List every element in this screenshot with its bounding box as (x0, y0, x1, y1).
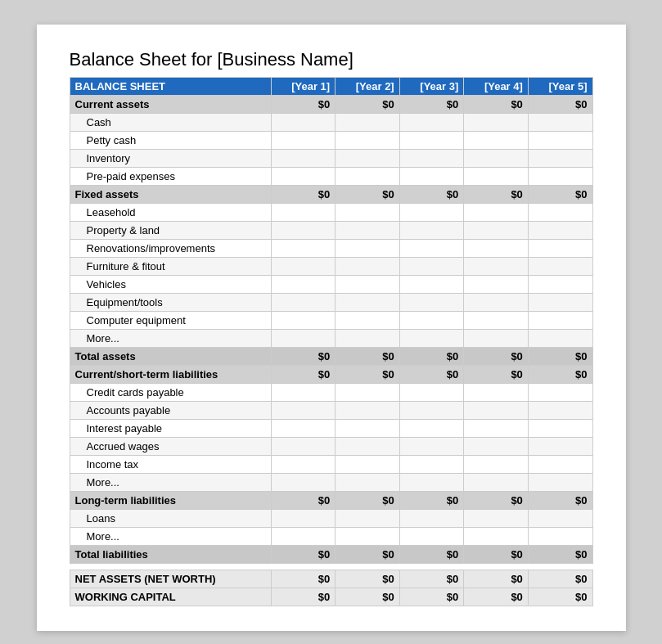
row-value-2 (336, 456, 400, 474)
row-value-4 (464, 294, 529, 312)
header-col3: [Year 3] (399, 78, 464, 96)
row-value-5 (528, 240, 592, 258)
table-row: Pre-paid expenses (70, 168, 592, 186)
row-label: Current assets (70, 96, 271, 114)
row-value-4 (464, 438, 529, 456)
row-label: Cash (70, 114, 271, 132)
table-row: Fixed assets$0$0$0$0$0 (70, 186, 592, 204)
row-value-1: $0 (271, 366, 336, 384)
row-value-1 (271, 204, 336, 222)
row-value-2: $0 (336, 366, 400, 384)
row-value-3 (399, 132, 464, 150)
row-value-4 (464, 312, 529, 330)
row-value-1 (271, 168, 336, 186)
row-value-4: $0 (464, 96, 529, 114)
row-value-4 (464, 474, 529, 492)
row-value-5: $0 (528, 492, 592, 510)
row-value-5 (528, 312, 592, 330)
row-value-3 (399, 474, 464, 492)
row-value-5 (528, 168, 592, 186)
table-row: Current/short-term liabilities$0$0$0$0$0 (70, 366, 592, 384)
row-value-1 (271, 150, 336, 168)
row-value-2 (336, 528, 400, 546)
header-col4: [Year 4] (464, 78, 529, 96)
row-value-5: $0 (528, 570, 592, 588)
row-value-5 (528, 276, 592, 294)
row-value-2 (336, 312, 400, 330)
row-label: Loans (70, 510, 271, 528)
row-value-1 (271, 402, 336, 420)
row-value-1 (271, 294, 336, 312)
table-row: Equipment/tools (70, 294, 592, 312)
row-value-1 (271, 528, 336, 546)
row-value-3 (399, 402, 464, 420)
row-value-2 (336, 114, 400, 132)
row-value-1 (271, 330, 336, 348)
row-value-2 (336, 276, 400, 294)
table-row: Accounts payable (70, 402, 592, 420)
row-value-3 (399, 114, 464, 132)
row-value-5 (528, 204, 592, 222)
row-label: Vehicles (70, 276, 271, 294)
row-value-1: $0 (271, 546, 336, 564)
row-value-3: $0 (399, 186, 464, 204)
table-row: Cash (70, 114, 592, 132)
table-header: BALANCE SHEET [Year 1] [Year 2] [Year 3]… (70, 78, 592, 96)
row-label: More... (70, 474, 271, 492)
page-title: Balance Sheet for [Business Name] (70, 49, 593, 70)
row-value-5 (528, 384, 592, 402)
row-value-5 (528, 402, 592, 420)
table-row: Computer equipment (70, 312, 592, 330)
row-value-2 (336, 222, 400, 240)
row-value-2: $0 (336, 492, 400, 510)
row-value-5 (528, 528, 592, 546)
row-value-4: $0 (464, 348, 529, 366)
row-value-3 (399, 276, 464, 294)
table-row: Leasehold (70, 204, 592, 222)
row-value-5: $0 (528, 366, 592, 384)
row-value-1 (271, 258, 336, 276)
table-row: Furniture & fitout (70, 258, 592, 276)
row-value-1 (271, 384, 336, 402)
row-value-1 (271, 312, 336, 330)
row-value-3 (399, 258, 464, 276)
balance-sheet-table: BALANCE SHEET [Year 1] [Year 2] [Year 3]… (70, 77, 593, 606)
row-value-4 (464, 204, 529, 222)
table-row (70, 564, 592, 570)
row-value-3 (399, 510, 464, 528)
row-value-3: $0 (399, 570, 464, 588)
row-value-5 (528, 114, 592, 132)
page: Balance Sheet for [Business Name] BALANC… (37, 25, 626, 631)
row-value-4: $0 (464, 366, 529, 384)
row-value-4 (464, 330, 529, 348)
row-value-3: $0 (399, 588, 464, 606)
table-row: More... (70, 330, 592, 348)
row-value-3: $0 (399, 96, 464, 114)
row-value-5 (528, 294, 592, 312)
row-value-2 (336, 330, 400, 348)
row-label: Pre-paid expenses (70, 168, 271, 186)
row-value-4 (464, 168, 529, 186)
row-value-4: $0 (464, 546, 529, 564)
row-value-4 (464, 456, 529, 474)
row-value-5 (528, 150, 592, 168)
row-value-3 (399, 384, 464, 402)
row-value-5: $0 (528, 546, 592, 564)
table-row: Petty cash (70, 132, 592, 150)
row-value-3 (399, 420, 464, 438)
row-value-2 (336, 438, 400, 456)
row-label: Computer equipment (70, 312, 271, 330)
row-label: More... (70, 528, 271, 546)
row-value-4 (464, 528, 529, 546)
row-value-4 (464, 114, 529, 132)
row-value-2 (336, 258, 400, 276)
row-value-5 (528, 330, 592, 348)
row-value-5 (528, 510, 592, 528)
row-value-1 (271, 276, 336, 294)
row-value-5 (528, 456, 592, 474)
row-value-1: $0 (271, 492, 336, 510)
row-value-1: $0 (271, 348, 336, 366)
row-value-2 (336, 510, 400, 528)
table-row: Interest payable (70, 420, 592, 438)
row-value-5 (528, 132, 592, 150)
